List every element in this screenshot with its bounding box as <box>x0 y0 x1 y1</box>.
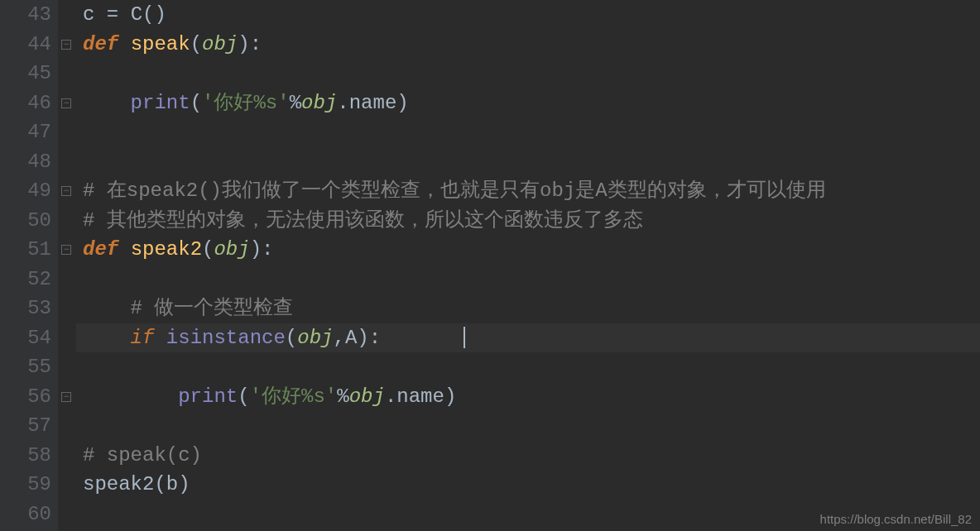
fold-toggle-icon[interactable] <box>61 98 71 108</box>
code-line[interactable]: # 其他类型的对象，无法使用该函数，所以这个函数违反了多态 <box>76 206 980 236</box>
fold-toggle-icon[interactable] <box>61 392 71 402</box>
code-token: print <box>131 92 190 114</box>
line-number: 54 <box>0 323 51 353</box>
code-token: ) <box>250 238 262 261</box>
code-token: .name <box>385 385 444 408</box>
code-token <box>83 327 131 349</box>
code-token: c <box>83 3 94 26</box>
code-token: : <box>369 327 381 349</box>
code-token: obj <box>349 385 385 408</box>
code-token: b <box>166 473 178 495</box>
code-line[interactable] <box>76 265 980 294</box>
code-token: () <box>142 3 166 26</box>
fold-toggle-icon[interactable] <box>61 40 71 50</box>
code-token: ( <box>154 473 166 495</box>
code-line[interactable] <box>76 117 980 147</box>
line-number: 48 <box>0 147 51 177</box>
code-token: obj <box>297 327 333 349</box>
code-line[interactable]: def speak(obj): <box>76 30 980 60</box>
code-token: : <box>250 33 262 55</box>
code-token: : <box>262 238 273 261</box>
line-number-gutter: 434445464748495051525354555657585960 <box>0 0 58 531</box>
code-line[interactable]: # 在speak2()我们做了一个类型检查，也就是只有obj是A类型的对象，才可… <box>76 176 980 206</box>
code-area[interactable]: c = C()def speak(obj): print('你好%s'%obj.… <box>76 0 980 531</box>
fold-toggle-icon[interactable] <box>61 186 71 196</box>
code-line[interactable]: # 做一个类型检查 <box>76 294 980 323</box>
code-line[interactable] <box>76 352 980 382</box>
code-token: ( <box>190 92 202 114</box>
code-token: speak2 <box>131 238 202 261</box>
code-line[interactable]: # speak(c) <box>76 441 980 471</box>
line-number: 60 <box>0 500 51 529</box>
code-token <box>83 297 131 319</box>
code-token: , <box>333 327 344 349</box>
code-token: = <box>94 3 130 26</box>
line-number: 59 <box>0 470 51 500</box>
code-line[interactable]: print('你好%s'%obj.name) <box>76 382 980 412</box>
code-token: '你好%s' <box>202 92 290 114</box>
line-number: 47 <box>0 117 51 147</box>
line-number: 52 <box>0 265 51 294</box>
line-number: 57 <box>0 411 51 441</box>
code-token: obj <box>214 238 249 261</box>
code-token: speak2 <box>83 473 154 495</box>
code-token: def <box>83 238 118 261</box>
code-token: isinstance <box>166 327 286 349</box>
code-token: .name <box>337 92 396 114</box>
code-token: # 其他类型的对象，无法使用该函数，所以这个函数违反了多态 <box>83 209 643 232</box>
code-token <box>118 33 130 55</box>
code-token <box>83 92 131 114</box>
code-token: if <box>131 327 155 349</box>
code-line[interactable] <box>76 147 980 177</box>
code-token: C <box>131 3 142 26</box>
code-token: ( <box>190 33 202 55</box>
line-number: 50 <box>0 206 51 236</box>
code-token: def <box>83 33 118 55</box>
line-number: 49 <box>0 176 51 206</box>
code-token: ) <box>444 385 456 408</box>
code-line[interactable]: speak2(b) <box>76 470 980 500</box>
code-token: print <box>178 385 238 408</box>
line-number: 43 <box>0 0 51 30</box>
fold-column[interactable] <box>58 0 76 531</box>
line-number: 56 <box>0 382 51 412</box>
code-token: # 做一个类型检查 <box>131 297 294 319</box>
watermark-text: https://blog.csdn.net/Bill_82 <box>820 512 972 526</box>
code-token: speak <box>131 33 190 55</box>
code-line[interactable]: if isinstance(obj,A): <box>76 323 980 353</box>
line-number: 44 <box>0 30 51 60</box>
code-token: % <box>337 385 348 408</box>
code-token <box>83 385 178 408</box>
code-line[interactable]: def speak2(obj): <box>76 235 980 265</box>
code-token: obj <box>301 92 337 114</box>
code-token: ) <box>178 473 190 495</box>
fold-toggle-icon[interactable] <box>61 245 71 255</box>
line-number: 45 <box>0 59 51 88</box>
line-number: 53 <box>0 294 51 323</box>
code-token: obj <box>202 33 238 55</box>
code-token: ( <box>202 238 214 261</box>
line-number: 55 <box>0 352 51 382</box>
line-number: 51 <box>0 235 51 265</box>
code-token: ( <box>286 327 297 349</box>
code-token: # speak(c) <box>83 444 202 466</box>
line-number: 58 <box>0 441 51 471</box>
code-editor[interactable]: 434445464748495051525354555657585960 c =… <box>0 0 980 531</box>
code-token: ) <box>238 33 249 55</box>
code-line[interactable] <box>76 411 980 441</box>
code-token <box>118 238 130 261</box>
code-token: ) <box>357 327 368 349</box>
code-token: '你好%s' <box>250 385 338 408</box>
code-line[interactable] <box>76 59 980 88</box>
code-token: ) <box>396 92 408 114</box>
line-number: 46 <box>0 88 51 118</box>
code-line[interactable]: print('你好%s'%obj.name) <box>76 88 980 118</box>
code-token <box>154 327 166 349</box>
code-line[interactable]: c = C() <box>76 0 980 30</box>
code-token: A <box>345 327 357 349</box>
text-cursor <box>464 327 465 348</box>
code-token: ( <box>238 385 249 408</box>
code-token: # 在speak2()我们做了一个类型检查，也就是只有obj是A类型的对象，才可… <box>83 179 826 202</box>
code-token: % <box>290 92 301 114</box>
